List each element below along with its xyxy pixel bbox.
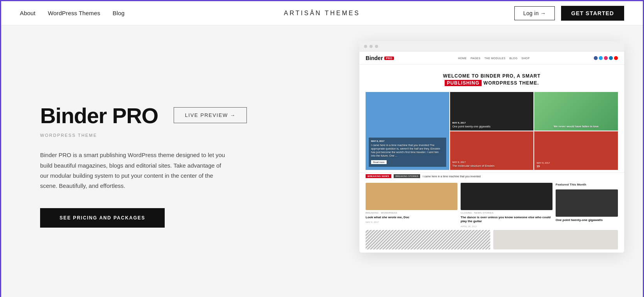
mini-article-date-2: APRIL 28, 2017 bbox=[461, 225, 553, 228]
social-icon-4 bbox=[609, 56, 613, 60]
mini-grid-item-4: MAY 8, 2017 The molecular structure of E… bbox=[450, 131, 534, 170]
mini-bottom-articles bbox=[359, 228, 624, 253]
mini-nav-shop: SHOP bbox=[521, 57, 530, 60]
browser-content: Binder PRO HOME PAGES THE MODULES BLOG S… bbox=[359, 52, 624, 253]
mini-grid-item-5: MAY 8, 2017 19 bbox=[534, 131, 618, 170]
title-row: Binder PRO LIVE PREVIEW → bbox=[40, 104, 282, 131]
pricing-button[interactable]: SEE PRICING AND PACKAGES bbox=[40, 208, 165, 228]
mini-article-title-1: Look what she wrote me, Doc bbox=[366, 216, 457, 219]
breaking-news-badge: BREAKING NEWS bbox=[366, 174, 391, 178]
mini-nav-blog: BLOG bbox=[509, 57, 517, 60]
browser-dot-2 bbox=[370, 45, 373, 48]
product-description: Binder PRO is a smart publishing WordPre… bbox=[40, 150, 231, 191]
social-icon-3 bbox=[604, 56, 608, 60]
site-header: About WordPress Themes Blog ARTISÂN THEM… bbox=[1, 1, 643, 25]
mini-nav-home: HOME bbox=[458, 57, 466, 60]
mini-logo-badge: PRO bbox=[384, 57, 394, 60]
product-title: Binder PRO bbox=[40, 104, 158, 128]
mini-hero-title: WELCOME TO BINDER PRO, A SMART PUBLISHIN… bbox=[375, 72, 609, 87]
mini-article-img-1 bbox=[366, 183, 457, 210]
mini-nav-modules: THE MODULES bbox=[484, 57, 505, 60]
site-logo: ARTISÂN THEMES bbox=[284, 10, 360, 17]
browser-dot-1 bbox=[364, 45, 367, 48]
browser-dot-3 bbox=[375, 45, 378, 48]
page-wrapper: About WordPress Themes Blog ARTISÂN THEM… bbox=[0, 0, 644, 297]
mini-article-title-2: The dance is over unless you know someon… bbox=[461, 216, 553, 224]
mini-bottom-article-2 bbox=[493, 230, 618, 249]
mini-hero: WELCOME TO BINDER PRO, A SMART PUBLISHIN… bbox=[359, 65, 624, 92]
mini-social bbox=[594, 56, 618, 60]
nav-blog[interactable]: Blog bbox=[113, 10, 125, 16]
mini-image-grid: MAY 6, 2017 I came here in a time machin… bbox=[366, 92, 618, 170]
main-nav: About WordPress Themes Blog bbox=[20, 10, 125, 16]
mini-featured-caption: One point twenty-one gigawatts bbox=[556, 218, 618, 222]
browser-chrome bbox=[359, 41, 624, 52]
breaking-tag: BREAKING STORIES bbox=[394, 174, 421, 178]
mini-nav-pages: PAGES bbox=[471, 57, 480, 60]
mini-grid-item-2: MAY 8, 2017 One point twenty-one gigawat… bbox=[450, 92, 534, 131]
mini-grid-caption-4: The molecular structure of Einstein bbox=[452, 164, 531, 168]
left-panel: Binder PRO LIVE PREVIEW → WORDPRESS THEM… bbox=[40, 25, 305, 297]
mini-article-date-1: MAY 6, 2017 bbox=[366, 221, 457, 223]
mini-grid-caption-1: I came here in a time machine that you i… bbox=[371, 143, 444, 157]
mini-grid-caption-2: One point twenty-one gigawatts bbox=[452, 125, 531, 128]
mini-featured-title: Featured This Month bbox=[556, 183, 618, 186]
login-button[interactable]: Log in → bbox=[514, 6, 555, 20]
mini-article-tag-1: BREAKING · WORDPRESS bbox=[366, 212, 457, 214]
social-icon-5 bbox=[614, 56, 618, 60]
product-subtitle: WORDPRESS THEME bbox=[40, 133, 282, 138]
mini-featured-img bbox=[556, 189, 618, 217]
mini-article-2: CLOSING · NEWS STORIES The dance is over… bbox=[461, 183, 553, 228]
right-panel: Binder PRO HOME PAGES THE MODULES BLOG S… bbox=[305, 25, 643, 297]
nav-wordpress-themes[interactable]: WordPress Themes bbox=[48, 10, 100, 16]
breaking-text: I came here in a time machine that you i… bbox=[422, 175, 480, 178]
browser-mockup: Binder PRO HOME PAGES THE MODULES BLOG S… bbox=[359, 41, 624, 253]
mini-nav: HOME PAGES THE MODULES BLOG SHOP bbox=[458, 57, 530, 60]
live-preview-button[interactable]: LIVE PREVIEW → bbox=[174, 107, 247, 123]
mini-grid-item-3: We never would have fallen in love bbox=[534, 92, 618, 131]
mini-article-1: BREAKING · WORDPRESS Look what she wrote… bbox=[366, 183, 457, 228]
breaking-news-bar: BREAKING NEWS BREAKING STORIES I came he… bbox=[359, 172, 624, 180]
mini-bottom-img-1 bbox=[366, 230, 490, 249]
mini-articles-grid: BREAKING · WORDPRESS Look what she wrote… bbox=[359, 180, 624, 228]
mini-hero-highlight: PUBLISHING bbox=[445, 80, 482, 86]
mini-bottom-article-1 bbox=[366, 230, 490, 249]
social-icon-1 bbox=[594, 56, 598, 60]
mini-article-img-2 bbox=[461, 183, 553, 210]
mini-site-header: Binder PRO HOME PAGES THE MODULES BLOG S… bbox=[359, 52, 624, 65]
mini-grid-caption-3: We never would have fallen in love bbox=[537, 125, 616, 128]
mini-article-tag-2: CLOSING · NEWS STORIES bbox=[461, 212, 553, 214]
mini-logo: Binder PRO bbox=[366, 55, 394, 61]
header-actions: Log in → GET STARTED bbox=[514, 6, 624, 21]
get-started-button[interactable]: GET STARTED bbox=[561, 6, 624, 21]
mini-hero-line2: WORDPRESS THEME. bbox=[484, 80, 539, 86]
social-icon-2 bbox=[599, 56, 603, 60]
mini-grid-item-1: MAY 6, 2017 I came here in a time machin… bbox=[366, 92, 449, 170]
mini-bottom-img-2 bbox=[493, 230, 618, 249]
nav-about[interactable]: About bbox=[20, 10, 35, 16]
mini-hero-line1: WELCOME TO BINDER PRO, A SMART bbox=[443, 73, 540, 79]
main-content: Binder PRO LIVE PREVIEW → WORDPRESS THEM… bbox=[1, 25, 643, 297]
mini-featured: Featured This Month One point twenty-one… bbox=[556, 183, 618, 228]
mini-logo-text: Binder bbox=[366, 55, 383, 61]
